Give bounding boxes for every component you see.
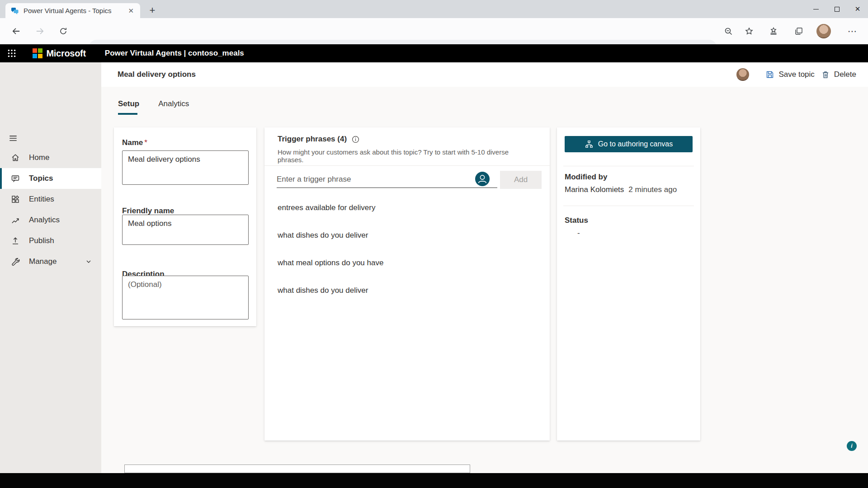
- pva-favicon-icon: [11, 7, 19, 15]
- sidebar-nav: Home Topics Entities Analytics: [0, 147, 101, 272]
- save-icon: [765, 70, 774, 79]
- trash-icon: [821, 70, 830, 79]
- browser-menu-icon[interactable]: ⋯: [844, 23, 861, 39]
- status-label: Status: [565, 216, 588, 225]
- name-label: Name*: [122, 138, 147, 147]
- topic-bar-actions: Save topic Delete: [736, 68, 856, 81]
- collaborator-avatar[interactable]: [736, 68, 749, 81]
- go-to-authoring-canvas-button[interactable]: Go to authoring canvas: [565, 136, 693, 152]
- browser-tab[interactable]: Power Virtual Agents - Topics ✕: [5, 3, 140, 18]
- main-content: Setup Analytics Name* Meal delivery opti…: [101, 87, 868, 473]
- modified-by-label: Modified by: [565, 173, 607, 182]
- trigger-phrase-item[interactable]: what meal options do you have: [278, 249, 535, 277]
- trigger-phrase-item[interactable]: what dishes do you deliver: [278, 277, 535, 304]
- info-bubble-icon[interactable]: i: [847, 441, 857, 451]
- sidebar-item-label: Entities: [29, 195, 54, 204]
- screen: Power Virtual Agents - Topics ✕ + ✕ http…: [0, 0, 868, 488]
- refresh-icon[interactable]: [55, 23, 71, 39]
- window-minimize-button[interactable]: [806, 0, 826, 18]
- app-title: Power Virtual Agents | contoso_meals: [105, 49, 244, 58]
- trigger-phrase-input[interactable]: [277, 171, 497, 188]
- microsoft-logo[interactable]: Microsoft: [33, 48, 86, 59]
- info-icon[interactable]: [351, 135, 360, 144]
- divider: [563, 166, 694, 166]
- sidebar-item-label: Topics: [29, 174, 53, 183]
- back-icon[interactable]: [8, 23, 24, 39]
- forward-icon[interactable]: [32, 23, 48, 39]
- browser-tab-strip: Power Virtual Agents - Topics ✕ + ✕: [0, 0, 868, 18]
- waffle-icon[interactable]: [5, 47, 18, 60]
- app-header: Microsoft Power Virtual Agents | contoso…: [0, 44, 868, 62]
- bot-panel-edge: [124, 465, 470, 473]
- delete-button[interactable]: Delete: [821, 70, 856, 79]
- publish-icon: [11, 236, 20, 245]
- sidebar-item-topics[interactable]: Topics: [0, 168, 101, 189]
- sidebar-item-label: Publish: [29, 236, 54, 245]
- sidebar-item-analytics[interactable]: Analytics: [0, 210, 101, 230]
- tab-analytics[interactable]: Analytics: [158, 99, 189, 115]
- microsoft-brand-text: Microsoft: [47, 48, 86, 59]
- friendly-name-label: Friendly name: [122, 206, 174, 216]
- trigger-phrases-card: Trigger phrases (4) How might your custo…: [264, 127, 550, 441]
- topic-title: Meal delivery options: [118, 70, 196, 79]
- modified-by-row: Marina Kolomiets 2 minutes ago: [565, 185, 677, 194]
- favorites-bar-icon[interactable]: [765, 23, 782, 39]
- window-close-button[interactable]: ✕: [847, 0, 868, 18]
- topic-bar: Meal delivery options Save topic Delete: [101, 62, 868, 87]
- collections-icon[interactable]: [790, 23, 807, 39]
- modified-by-name: Marina Kolomiets: [565, 185, 624, 194]
- modified-time: 2 minutes ago: [628, 185, 677, 194]
- save-topic-label: Save topic: [778, 70, 814, 79]
- tab-close-icon[interactable]: ✕: [126, 7, 136, 15]
- chevron-down-icon: [85, 258, 92, 265]
- sidebar: Home Topics Entities Analytics: [0, 62, 101, 473]
- divider: [563, 206, 694, 206]
- trigger-phrase-list: entrees available for delivery what dish…: [278, 194, 535, 304]
- favorite-star-icon[interactable]: [741, 23, 758, 39]
- browser-profile-avatar[interactable]: [816, 24, 831, 38]
- friendly-name-field[interactable]: Meal options: [122, 215, 249, 245]
- status-value: -: [577, 229, 580, 238]
- delete-label: Delete: [834, 70, 856, 79]
- trigger-input-row: Add: [277, 171, 538, 189]
- analytics-icon: [11, 216, 20, 225]
- manage-wrench-icon: [11, 257, 20, 266]
- sidebar-item-entities[interactable]: Entities: [0, 189, 101, 210]
- content-tabs: Setup Analytics: [118, 99, 189, 115]
- hamburger-icon[interactable]: [7, 132, 19, 145]
- trigger-phrase-item[interactable]: entrees available for delivery: [278, 194, 535, 221]
- tab-setup[interactable]: Setup: [118, 99, 139, 115]
- trigger-phrase-item[interactable]: what dishes do you deliver: [278, 221, 535, 249]
- sidebar-item-home[interactable]: Home: [0, 147, 101, 168]
- person-circle-icon: [475, 171, 490, 187]
- trigger-title-row: Trigger phrases (4): [278, 135, 360, 144]
- home-icon: [11, 153, 20, 162]
- topic-form-card: Name* Meal delivery options Friendly nam…: [114, 127, 256, 326]
- sidebar-item-manage[interactable]: Manage: [0, 251, 101, 272]
- trigger-phrases-title: Trigger phrases (4): [278, 135, 347, 144]
- add-button[interactable]: Add: [500, 171, 542, 189]
- sidebar-item-publish[interactable]: Publish: [0, 230, 101, 251]
- trigger-subtitle: How might your customers ask about this …: [278, 148, 531, 164]
- tab-title: Power Virtual Agents - Topics: [24, 7, 126, 14]
- canvas-button-label: Go to authoring canvas: [598, 140, 673, 148]
- save-topic-button[interactable]: Save topic: [765, 70, 814, 79]
- sidebar-item-label: Analytics: [29, 216, 60, 225]
- required-asterisk: *: [144, 138, 147, 147]
- topics-icon: [11, 174, 20, 183]
- name-field[interactable]: Meal delivery options: [122, 150, 249, 185]
- sidebar-item-label: Manage: [29, 257, 57, 266]
- sitemap-icon: [585, 140, 594, 149]
- browser-toolbar: https://bots.int.customercareintelligenc…: [0, 18, 868, 44]
- zoom-indicator-icon[interactable]: [720, 23, 737, 39]
- sidebar-item-label: Home: [29, 153, 49, 162]
- window-maximize-button[interactable]: [826, 0, 847, 18]
- topic-details-card: Go to authoring canvas Modified by Marin…: [557, 127, 700, 441]
- taskbar: [0, 473, 868, 488]
- description-field[interactable]: [122, 276, 249, 319]
- divider: [264, 165, 550, 166]
- new-tab-button[interactable]: +: [146, 4, 159, 17]
- entities-icon: [11, 195, 20, 204]
